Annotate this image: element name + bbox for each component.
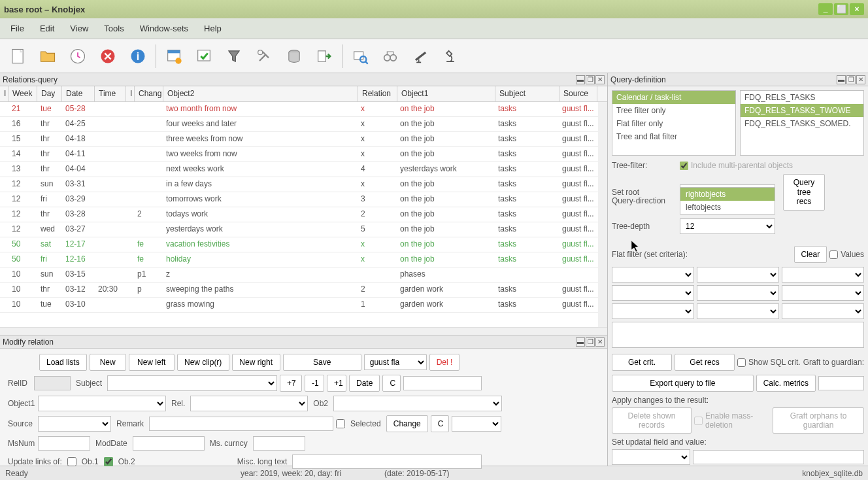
microscope-icon[interactable]	[437, 43, 464, 70]
panel-close-icon[interactable]: ✕	[595, 75, 605, 84]
list-item[interactable]: rightobjects	[680, 188, 775, 201]
getrecs-button[interactable]: Get recs	[675, 354, 735, 371]
list-item[interactable]: Calendar / task-list	[612, 91, 735, 104]
filter-select[interactable]	[697, 267, 779, 283]
minimize-button[interactable]: _	[818, 3, 833, 15]
list-item[interactable]: Flat filter only	[612, 117, 735, 130]
panel-restore-icon[interactable]: ❐	[586, 337, 595, 347]
telescope-icon[interactable]	[407, 43, 434, 70]
plus1-button[interactable]: +1	[327, 375, 346, 392]
mscur-input[interactable]	[253, 436, 305, 451]
minus1-button[interactable]: -1	[305, 375, 324, 392]
querydir-list[interactable]: rightobjectsleftobjects	[680, 187, 775, 214]
tree-depth-select[interactable]: 12	[680, 218, 775, 234]
c2-button[interactable]: C	[431, 415, 449, 432]
table-row[interactable]: 16thr04-25four weeks and laterxon the jo…	[0, 117, 607, 132]
date-button[interactable]: Date	[349, 375, 380, 392]
col-object1[interactable]: Object1	[397, 86, 495, 101]
clear-button[interactable]: Clear	[794, 246, 827, 263]
table-row[interactable]: 15thr04-18three weeks from nowxon the jo…	[0, 132, 607, 147]
list-item[interactable]: FDQ_RELS_TASKS_SOMED.	[741, 117, 863, 130]
menu-windowsets[interactable]: Window-sets	[132, 20, 196, 37]
close-button[interactable]: ×	[850, 3, 864, 15]
list-item[interactable]: FDQ_RELS_TASKS_TWOWE	[741, 104, 863, 117]
new-clip-button[interactable]: New clip(r)	[177, 354, 229, 371]
new-button[interactable]: New	[90, 354, 126, 371]
export-button[interactable]: Export query to file	[612, 375, 754, 392]
filter-select[interactable]	[612, 267, 694, 283]
menu-help[interactable]: Help	[196, 20, 229, 37]
filter-select[interactable]	[612, 285, 694, 301]
menu-view[interactable]: View	[62, 20, 96, 37]
table-row[interactable]: 14thr04-11two weeks from nowxon the jobt…	[0, 147, 607, 162]
open-folder-icon[interactable]	[34, 43, 61, 70]
showsql-checkbox[interactable]	[737, 358, 746, 367]
moddate-input[interactable]	[133, 436, 205, 451]
list-item[interactable]: leftobjects	[680, 201, 775, 214]
plus7-button[interactable]: +7	[280, 375, 302, 392]
table-row[interactable]: 12wed03-27yesterdays work5on the jobtask…	[0, 222, 607, 237]
table-row[interactable]: 10sun03-15p1zphases	[0, 267, 607, 283]
filter-select[interactable]	[697, 285, 779, 301]
filter-select[interactable]	[782, 303, 864, 319]
window-new-icon[interactable]	[160, 43, 188, 70]
list-item[interactable]: Tree filter only	[612, 104, 735, 117]
col-object2[interactable]: Object2	[163, 86, 358, 101]
list-item[interactable]: FDQ_RELS_TASKS	[741, 91, 863, 104]
remark-input[interactable]	[149, 417, 333, 431]
funnel-icon[interactable]	[220, 43, 248, 70]
database-icon[interactable]	[280, 43, 308, 70]
filter-select[interactable]	[697, 303, 779, 319]
info-icon[interactable]: i	[124, 43, 152, 70]
table-row[interactable]: 12thr03-282todays work2on the jobtasksgu…	[0, 207, 607, 222]
menu-edit[interactable]: Edit	[32, 20, 62, 37]
date-input[interactable]	[403, 376, 482, 390]
getcrit-button[interactable]: Get crit.	[612, 354, 672, 371]
filter-select[interactable]	[782, 267, 864, 283]
ob2-select[interactable]	[333, 396, 502, 411]
export-icon[interactable]	[310, 43, 338, 70]
tools-icon[interactable]	[250, 43, 278, 70]
table-row[interactable]: 12fri03-29tomorrows work3on the jobtasks…	[0, 192, 607, 207]
graft-input[interactable]	[818, 376, 864, 390]
calcmetrics-button[interactable]: Calc. metrics	[756, 375, 816, 392]
panel-minimize-icon[interactable]: ▬	[576, 337, 585, 347]
querydef-left-list[interactable]: Calendar / task-listTree filter onlyFlat…	[612, 90, 736, 156]
new-file-icon[interactable]	[4, 43, 31, 70]
change-button[interactable]: Change	[386, 415, 428, 432]
del-button[interactable]: Del !	[429, 354, 460, 371]
include-multiparental-checkbox[interactable]	[680, 162, 688, 170]
col-source[interactable]: Source	[559, 86, 597, 101]
filter-select[interactable]	[612, 303, 694, 319]
menu-tools[interactable]: Tools	[96, 20, 131, 37]
subject-select[interactable]	[107, 375, 277, 391]
querydef-right-list[interactable]: FDQ_RELS_TASKSFDQ_RELS_TASKS_TWOWEFDQ_RE…	[740, 90, 864, 156]
panel-close-icon[interactable]: ✕	[856, 75, 865, 84]
rel-select[interactable]	[190, 396, 308, 411]
panel-close-icon[interactable]: ✕	[595, 337, 605, 347]
object1-select[interactable]	[38, 396, 166, 411]
cancel-icon[interactable]	[94, 43, 122, 70]
col-date[interactable]: Date	[62, 86, 95, 101]
updatal-field-select[interactable]	[612, 449, 690, 465]
panel-minimize-icon[interactable]: ▬	[837, 75, 846, 84]
col-day[interactable]: Day	[37, 86, 62, 101]
panel-minimize-icon[interactable]: ▬	[576, 75, 585, 84]
check-icon[interactable]	[190, 43, 218, 70]
col-i2[interactable]: I	[126, 86, 135, 101]
table-row[interactable]: 13thr04-04next weeks work4yesterdays wor…	[0, 162, 607, 177]
table-row[interactable]: 50sat12-17fevacation festivitiesxon the …	[0, 237, 607, 252]
horizontal-scrollbar[interactable]	[0, 327, 607, 335]
maximize-button[interactable]: ⬜	[834, 3, 848, 15]
load-lists-button[interactable]: Load lists	[39, 354, 87, 371]
table-row[interactable]: 12sun03-31in a few daysxon the jobtasksg…	[0, 177, 607, 192]
vertical-scrollbar[interactable]	[598, 102, 607, 327]
values-checkbox[interactable]	[829, 250, 838, 259]
col-chang[interactable]: Chang	[135, 86, 163, 101]
source-select[interactable]	[38, 416, 111, 432]
col-relation[interactable]: Relation	[358, 86, 397, 101]
binoculars-icon[interactable]	[376, 43, 404, 70]
table-row[interactable]: 10tue03-10grass mowing1garden worktasksg…	[0, 298, 607, 313]
col-week[interactable]: Week	[8, 86, 37, 101]
save-button[interactable]: Save	[283, 354, 361, 371]
